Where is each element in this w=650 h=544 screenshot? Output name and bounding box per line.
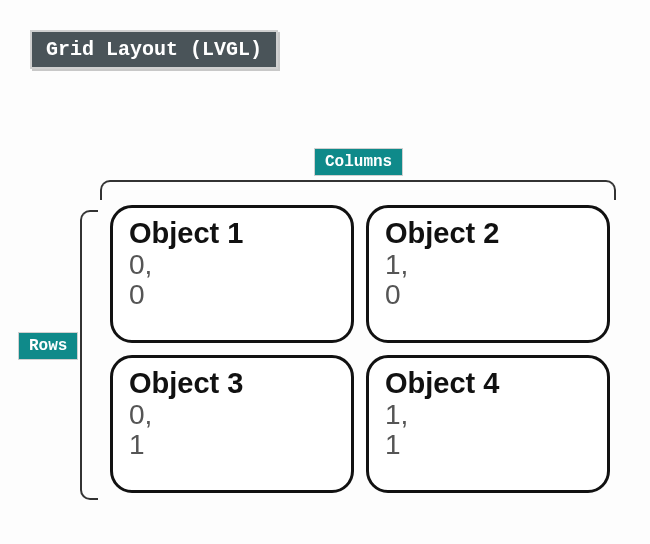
grid-cell-0-0: Object 1 0, 0 [110, 205, 354, 343]
cell-col: 1, [385, 400, 591, 429]
cell-title: Object 4 [385, 368, 591, 398]
cell-row: 1 [129, 430, 335, 459]
grid-cell-0-1: Object 3 0, 1 [110, 355, 354, 493]
cell-col: 0, [129, 250, 335, 279]
cell-col: 0, [129, 400, 335, 429]
cell-title: Object 3 [129, 368, 335, 398]
diagram-title: Grid Layout (LVGL) [30, 30, 278, 69]
columns-label: Columns [314, 148, 403, 176]
columns-bracket [100, 180, 616, 200]
cell-row: 0 [129, 280, 335, 309]
cell-row: 1 [385, 430, 591, 459]
cell-row: 0 [385, 280, 591, 309]
cell-col: 1, [385, 250, 591, 279]
cell-title: Object 2 [385, 218, 591, 248]
grid-cell-1-0: Object 2 1, 0 [366, 205, 610, 343]
grid-container: Object 1 0, 0 Object 2 1, 0 Object 3 0, … [110, 205, 610, 493]
cell-title: Object 1 [129, 218, 335, 248]
grid-cell-1-1: Object 4 1, 1 [366, 355, 610, 493]
rows-bracket [80, 210, 98, 500]
rows-label: Rows [18, 332, 78, 360]
